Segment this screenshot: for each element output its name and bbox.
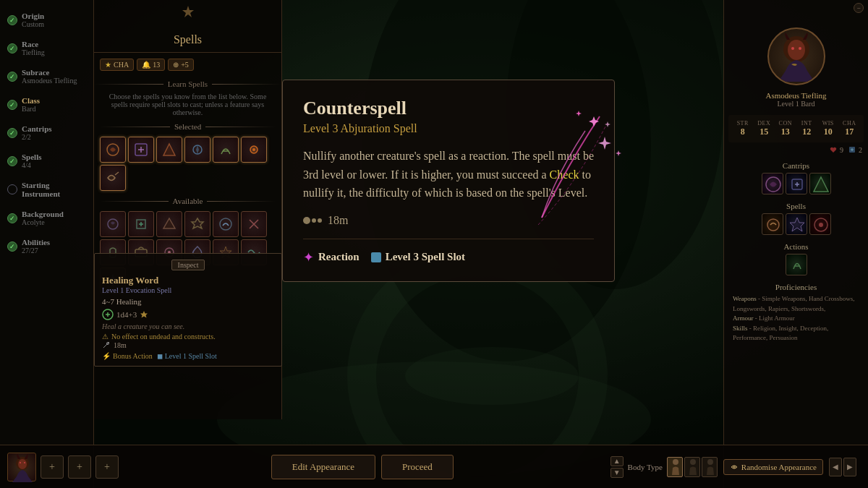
sidebar-label-origin: Origin (22, 12, 44, 20)
spells-deco-icon (181, 4, 195, 19)
stat-con-value: 13 (781, 127, 790, 137)
inspect-card: Inspect Healing Word Level 1 Evocation S… (94, 253, 282, 367)
sidebar-item-race[interactable]: ✓ Race Tiefling (0, 34, 93, 62)
cantrip-icon-1[interactable] (762, 173, 783, 194)
avail-spell-6[interactable] (241, 211, 267, 237)
deco-line-right (212, 84, 281, 85)
sidebar-item-class[interactable]: ✓ Class Bard (0, 90, 93, 119)
scroll-up[interactable]: ▲ (610, 456, 624, 466)
filter-cha-label: CHA (114, 61, 129, 69)
cantrip-icon-2[interactable] (786, 173, 807, 194)
deco-line-sel-l (100, 127, 170, 127)
stat-con: CON 13 (775, 118, 796, 140)
next-appearance[interactable]: ▶ (843, 458, 856, 476)
body-type-3[interactable] (702, 457, 718, 477)
spell-icon-right-3[interactable] (809, 213, 831, 235)
range-dots (303, 217, 322, 224)
body-icon-2-svg (685, 458, 701, 478)
spells-section-right: Spells (728, 202, 864, 235)
proceed-button[interactable]: Proceed (381, 455, 454, 479)
prev-appearance[interactable]: ◀ (829, 458, 842, 476)
spell-icon-1[interactable] (100, 137, 126, 163)
sidebar-item-instrument[interactable]: Starting Instrument (0, 175, 93, 204)
stat-int: INT 12 (797, 118, 817, 140)
sidebar-label-subrace: Subrace (22, 68, 77, 77)
right-character-panel: − Asmodeus Tiefling Level 1 Bard STR 8 (723, 0, 868, 488)
stat-cha: CHA 17 (840, 118, 860, 140)
svg-point-18 (220, 218, 231, 230)
sidebar-item-abilities[interactable]: ✓ Abilities 27/27 (0, 232, 93, 260)
svg-point-37 (767, 219, 779, 231)
spell-icon-6[interactable] (241, 137, 267, 163)
randomise-icon (730, 463, 739, 471)
skills-label: Skills (733, 325, 748, 332)
selected-spell-grid (94, 134, 281, 194)
body-type-icons (667, 457, 718, 477)
spell-icon-right-2[interactable] (786, 213, 807, 235)
actions-section: Actions (728, 242, 864, 275)
spells-panel-title: Spells (94, 23, 281, 53)
range-dot-small2 (318, 218, 322, 223)
randomise-button[interactable]: Randomise Appearance (723, 459, 823, 475)
action-icon-1[interactable] (786, 254, 807, 275)
stat-wis-value: 10 (824, 127, 833, 137)
svg-point-42 (18, 459, 27, 469)
scroll-down[interactable]: ▼ (610, 468, 624, 478)
inspect-dice: 1d4+3 (116, 310, 137, 319)
add-btn-1[interactable]: + (41, 455, 64, 479)
inspect-tag-action: ⚡ Bonus Action (102, 352, 153, 360)
minimize-button[interactable]: − (854, 3, 864, 13)
range-dot-large (303, 217, 310, 224)
counterspell-body: Nullify another creature's spell as a re… (303, 147, 594, 202)
sidebar-item-background[interactable]: ✓ Background Acolyte (0, 204, 93, 232)
filter-cha[interactable]: ★ CHA (100, 59, 134, 71)
star-icon: ★ (105, 61, 111, 69)
cantrip-icon-3[interactable] (809, 173, 831, 194)
spell-icon-right-1[interactable] (762, 213, 783, 235)
slot-icon-sq: ◼ (157, 352, 163, 360)
body-icon-3-svg (702, 458, 718, 478)
avatar-svg (8, 453, 37, 482)
avail-spell-3[interactable] (156, 211, 182, 237)
spell-icon-5[interactable] (213, 137, 239, 163)
sidebar-item-origin[interactable]: ✓ Origin Custom (0, 6, 93, 34)
check-icon-abilities: ✓ (7, 241, 17, 252)
add-btn-3[interactable]: + (95, 455, 119, 479)
sidebar-item-subrace[interactable]: ✓ Subrace Asmodeus Tiefling (0, 62, 93, 90)
actions-icon-row (728, 254, 864, 275)
sidebar-label-instrument: Starting Instrument (22, 181, 86, 198)
sidebar-label-race: Race (22, 40, 45, 48)
avail-spell-4[interactable] (184, 211, 210, 237)
reaction-icon: ✦ (303, 249, 314, 265)
spell-icon-3[interactable] (156, 137, 182, 163)
sidebar-item-cantrips[interactable]: ✓ Cantrips 2/2 (0, 119, 93, 147)
spell-icon-2[interactable] (128, 137, 154, 163)
filter-plus[interactable]: ⊕ +5 (168, 59, 194, 71)
body-type-2[interactable] (684, 457, 700, 477)
cantrips-section-title: Cantrips (728, 161, 864, 170)
stats-grid: STR 8 DEX 15 CON 13 INT 12 WIS 10 CHA 17 (728, 115, 864, 142)
panel-controls: − (724, 0, 868, 16)
sidebar-sublabel-origin: Custom (22, 20, 44, 28)
avail-spell-2[interactable] (128, 211, 154, 237)
stat-con-label: CON (779, 120, 792, 127)
svg-marker-6 (182, 6, 194, 17)
body-type-section: ▲ ▼ Body Type (610, 456, 718, 478)
spell-icon-7[interactable] (100, 165, 126, 191)
body-type-1[interactable] (667, 457, 683, 477)
edit-appearance-button[interactable]: Edit Appearance (271, 455, 375, 479)
sidebar-item-spells[interactable]: ✓ Spells 4/4 (0, 147, 93, 175)
deco-line-av-r (207, 201, 276, 202)
svg-point-44 (24, 462, 25, 463)
spell-icon-4[interactable] (184, 137, 210, 163)
inspect-spell-name: Healing Word (102, 275, 274, 286)
selected-label: Selected (174, 122, 201, 131)
filter-plus-value: +5 (181, 61, 189, 69)
avail-spell-1[interactable] (100, 211, 126, 237)
filter-slots[interactable]: 🔔 13 (137, 59, 165, 71)
check-icon-subrace: ✓ (7, 72, 17, 82)
inspect-flavor: Heal a creature you can see. (102, 322, 274, 330)
inspect-range: 18m (102, 341, 274, 349)
avail-spell-5[interactable] (213, 211, 239, 237)
add-btn-2[interactable]: + (68, 455, 91, 479)
